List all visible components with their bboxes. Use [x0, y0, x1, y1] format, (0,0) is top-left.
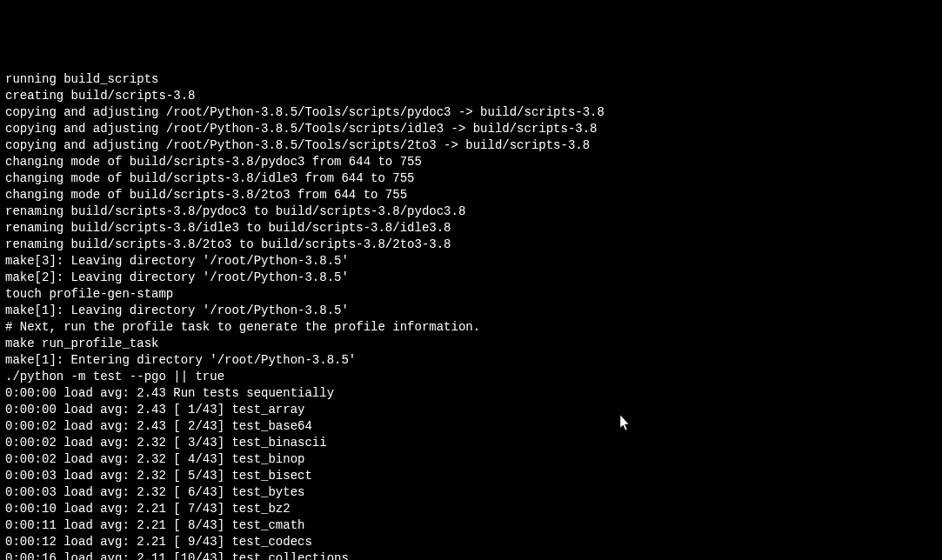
terminal-line: 0:00:02 load avg: 2.32 [ 3/43] test_bina…	[5, 435, 937, 451]
terminal-line: 0:00:03 load avg: 2.32 [ 6/43] test_byte…	[5, 484, 937, 501]
terminal-line: make run_profile_task	[5, 336, 937, 352]
terminal-line: 0:00:16 load avg: 2.11 [10/43] test_coll…	[5, 550, 937, 560]
terminal-line: make[2]: Leaving directory '/root/Python…	[5, 270, 937, 286]
terminal-line: changing mode of build/scripts-3.8/idle3…	[5, 170, 937, 187]
terminal-line: ./python -m test --pgo || true	[5, 369, 937, 385]
terminal-line: 0:00:02 load avg: 2.32 [ 4/43] test_bino…	[5, 451, 937, 468]
terminal-line: make[1]: Leaving directory '/root/Python…	[5, 303, 937, 319]
terminal-line: touch profile-gen-stamp	[5, 286, 937, 303]
terminal-line: 0:00:00 load avg: 2.43 Run tests sequent…	[5, 385, 937, 402]
terminal-line: copying and adjusting /root/Python-3.8.5…	[5, 121, 937, 137]
terminal-output[interactable]: running build_scriptscreating build/scri…	[5, 71, 937, 560]
terminal-line: renaming build/scripts-3.8/2to3 to build…	[5, 237, 937, 253]
terminal-line: # Next, run the profile task to generate…	[5, 319, 937, 336]
terminal-line: running build_scripts	[5, 71, 937, 88]
terminal-line: creating build/scripts-3.8	[5, 88, 937, 104]
terminal-line: copying and adjusting /root/Python-3.8.5…	[5, 137, 937, 154]
terminal-line: renaming build/scripts-3.8/idle3 to buil…	[5, 220, 937, 237]
terminal-line: 0:00:11 load avg: 2.21 [ 8/43] test_cmat…	[5, 517, 937, 534]
terminal-line: 0:00:03 load avg: 2.32 [ 5/43] test_bise…	[5, 468, 937, 484]
terminal-line: changing mode of build/scripts-3.8/pydoc…	[5, 154, 937, 170]
terminal-line: changing mode of build/scripts-3.8/2to3 …	[5, 187, 937, 203]
terminal-line: 0:00:02 load avg: 2.43 [ 2/43] test_base…	[5, 418, 937, 435]
terminal-line: renaming build/scripts-3.8/pydoc3 to bui…	[5, 203, 937, 220]
terminal-line: 0:00:10 load avg: 2.21 [ 7/43] test_bz2	[5, 501, 937, 517]
terminal-line: make[1]: Entering directory '/root/Pytho…	[5, 352, 937, 369]
terminal-line: 0:00:00 load avg: 2.43 [ 1/43] test_arra…	[5, 402, 937, 418]
terminal-line: make[3]: Leaving directory '/root/Python…	[5, 253, 937, 270]
terminal-line: 0:00:12 load avg: 2.21 [ 9/43] test_code…	[5, 534, 937, 550]
terminal-line: copying and adjusting /root/Python-3.8.5…	[5, 104, 937, 121]
